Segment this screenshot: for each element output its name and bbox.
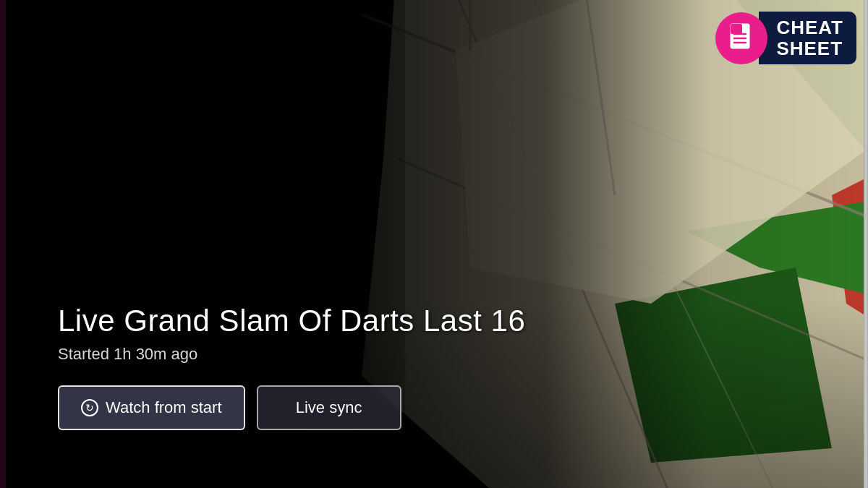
action-buttons: ↻ Watch from start Live sync (58, 385, 525, 430)
cheat-sheet-line2: SHEET (776, 38, 843, 59)
show-subtitle: Started 1h 30m ago (58, 345, 525, 364)
replay-icon: ↻ (81, 399, 98, 416)
right-border-bar (864, 0, 868, 488)
show-title: Live Grand Slam Of Darts Last 16 (58, 303, 525, 339)
svg-rect-20 (731, 24, 742, 34)
cheat-sheet-text-box: CHEAT SHEET (759, 12, 856, 64)
screen: Live Grand Slam Of Darts Last 16 Started… (0, 0, 868, 488)
cheat-sheet-icon-circle (715, 12, 767, 64)
watch-from-start-label: Watch from start (106, 398, 222, 417)
live-sync-label: Live sync (296, 398, 362, 417)
cheat-sheet-line1: CHEAT (776, 17, 843, 38)
document-icon (728, 22, 755, 54)
content-area: Live Grand Slam Of Darts Last 16 Started… (58, 303, 525, 430)
watch-from-start-button[interactable]: ↻ Watch from start (58, 385, 245, 430)
cheat-sheet-badge: CHEAT SHEET (715, 12, 856, 64)
live-sync-button[interactable]: Live sync (257, 385, 401, 430)
